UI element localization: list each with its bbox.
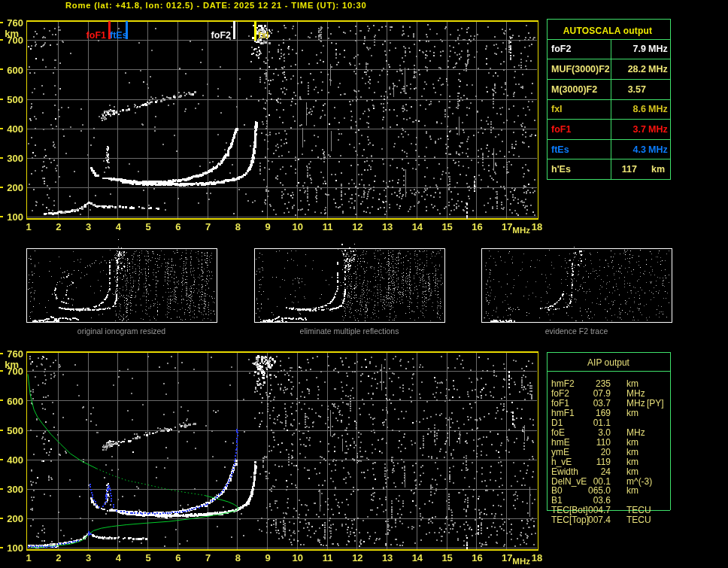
- svg-text:3: 3: [86, 221, 91, 232]
- svg-text:007.4: 007.4: [588, 515, 611, 525]
- svg-text:foF2: foF2: [551, 388, 569, 399]
- svg-text:119: 119: [596, 457, 611, 467]
- svg-text:ymE: ymE: [551, 447, 569, 457]
- svg-text:3.7: 3.7: [633, 124, 646, 135]
- svg-text:4: 4: [116, 221, 122, 232]
- svg-text:TEC[Bot]: TEC[Bot]: [551, 505, 588, 515]
- svg-text:hmF2: hmF2: [551, 378, 575, 389]
- svg-text:original ionogram resized: original ionogram resized: [77, 327, 165, 336]
- svg-text:1: 1: [26, 552, 31, 563]
- svg-text:07.9: 07.9: [593, 388, 611, 399]
- svg-text:hmF1: hmF1: [551, 408, 575, 418]
- svg-text:MHz: MHz: [648, 64, 668, 74]
- svg-text:TEC[Top]: TEC[Top]: [551, 515, 589, 525]
- svg-text:TECU: TECU: [626, 515, 651, 525]
- svg-text:760: 760: [7, 348, 23, 360]
- svg-text:foF1: foF1: [551, 124, 571, 135]
- svg-text:D1: D1: [551, 418, 563, 428]
- svg-text:200: 200: [7, 513, 23, 524]
- svg-text:foF2: foF2: [211, 30, 231, 41]
- svg-text:MHz: MHz: [512, 557, 530, 566]
- svg-text:300: 300: [7, 153, 23, 164]
- svg-text:foF2: foF2: [551, 44, 571, 54]
- svg-text:km: km: [651, 164, 665, 175]
- svg-text:km: km: [626, 485, 639, 496]
- svg-text:3: 3: [86, 552, 91, 563]
- svg-text:ftEs: ftEs: [551, 144, 569, 155]
- svg-text:B0: B0: [551, 485, 563, 496]
- svg-text:065.0: 065.0: [588, 485, 611, 496]
- svg-text:9: 9: [265, 552, 270, 563]
- svg-text:MHz: MHz: [648, 144, 668, 155]
- svg-text:18: 18: [532, 552, 542, 563]
- svg-text:6: 6: [175, 552, 180, 563]
- svg-text:100: 100: [7, 211, 23, 223]
- svg-text:11: 11: [323, 552, 333, 563]
- svg-text:28.2: 28.2: [628, 64, 646, 74]
- svg-text:foF1: foF1: [86, 30, 106, 41]
- svg-text:MHz: MHz: [512, 226, 530, 235]
- svg-text:17: 17: [502, 552, 512, 563]
- svg-text:MHz: MHz: [626, 388, 645, 399]
- svg-text:760: 760: [7, 17, 23, 29]
- svg-text:km: km: [5, 28, 19, 39]
- svg-text:[PY]: [PY]: [647, 398, 664, 409]
- svg-text:ftEs: ftEs: [110, 30, 128, 41]
- svg-text:13: 13: [382, 221, 393, 232]
- svg-text:5: 5: [145, 552, 150, 563]
- svg-text:01.1: 01.1: [593, 418, 611, 428]
- svg-text:24: 24: [601, 466, 611, 477]
- svg-text:AIP output: AIP output: [587, 357, 629, 368]
- svg-text:km: km: [626, 378, 639, 389]
- svg-text:DelN_vE: DelN_vE: [551, 476, 587, 487]
- svg-text:14: 14: [412, 552, 423, 563]
- svg-text:MHz: MHz: [626, 398, 645, 409]
- svg-text:fxI: fxI: [258, 30, 269, 41]
- svg-text:16: 16: [472, 221, 482, 232]
- svg-text:4: 4: [116, 552, 122, 563]
- svg-text:500: 500: [7, 94, 23, 105]
- svg-text:h_vE: h_vE: [551, 457, 572, 467]
- svg-text:200: 200: [7, 182, 23, 193]
- svg-text:03.7: 03.7: [593, 398, 611, 409]
- svg-text:M(3000)F2: M(3000)F2: [551, 84, 597, 95]
- svg-text:110: 110: [596, 437, 611, 448]
- svg-text:km: km: [626, 408, 639, 418]
- svg-text:8.6: 8.6: [633, 104, 646, 114]
- svg-text:13: 13: [382, 552, 393, 563]
- svg-text:4.3: 4.3: [633, 144, 646, 155]
- svg-text:7.9: 7.9: [633, 44, 646, 54]
- svg-text:fxI: fxI: [551, 104, 563, 114]
- svg-text:600: 600: [7, 396, 23, 407]
- svg-text:15: 15: [441, 552, 452, 563]
- svg-text:9: 9: [265, 221, 270, 232]
- svg-text:400: 400: [7, 454, 23, 466]
- svg-text:12: 12: [352, 552, 362, 563]
- svg-text:MUF(3000)F2: MUF(3000)F2: [551, 64, 610, 74]
- svg-text:00.1: 00.1: [593, 476, 611, 487]
- svg-text:MHz: MHz: [648, 44, 668, 54]
- svg-text:600: 600: [7, 65, 23, 76]
- svg-text:1: 1: [26, 221, 31, 232]
- svg-text:eliminate multiple reflections: eliminate multiple reflections: [300, 327, 399, 336]
- svg-text:235: 235: [596, 378, 611, 389]
- svg-text:MHz: MHz: [648, 104, 668, 114]
- svg-text:10: 10: [293, 221, 303, 232]
- svg-text:3.57: 3.57: [628, 84, 646, 95]
- svg-text:3.0: 3.0: [598, 427, 611, 438]
- svg-text:18: 18: [532, 221, 542, 232]
- svg-text:20: 20: [601, 447, 611, 457]
- svg-text:004.7: 004.7: [588, 505, 611, 515]
- svg-text:14: 14: [412, 221, 423, 232]
- svg-text:foE: foE: [551, 427, 565, 438]
- svg-text:km: km: [626, 457, 639, 467]
- svg-text:500: 500: [7, 425, 23, 436]
- svg-text:hmE: hmE: [551, 437, 570, 448]
- svg-text:foF1: foF1: [551, 398, 569, 409]
- svg-text:400: 400: [7, 123, 23, 135]
- svg-text:11: 11: [323, 221, 333, 232]
- svg-text:7: 7: [205, 552, 211, 563]
- svg-text:17: 17: [502, 221, 512, 232]
- svg-text:km: km: [5, 359, 19, 370]
- svg-text:15: 15: [441, 221, 452, 232]
